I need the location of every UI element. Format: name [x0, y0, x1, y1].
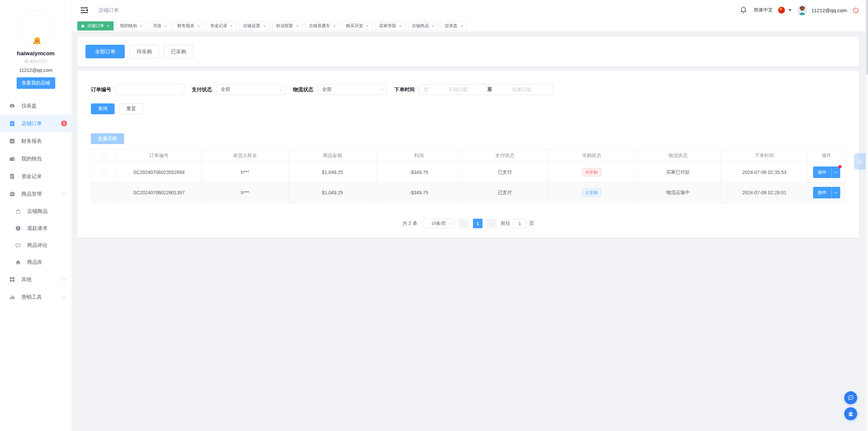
logistics-status-select[interactable]: 全部 [318, 84, 387, 95]
goto-page-input[interactable] [513, 219, 527, 228]
page-scrollbar[interactable] [866, 0, 868, 431]
view-tab-seller-level[interactable]: 卖家等级× [375, 21, 406, 31]
action-dropdown-caret[interactable] [831, 166, 840, 178]
china-flag-icon[interactable]: ★ [778, 7, 785, 14]
chat-widget-button[interactable] [844, 391, 857, 404]
sidebar-item-product-library[interactable]: 商品库 [0, 254, 72, 271]
row-checkbox[interactable] [101, 190, 106, 195]
cell-order-time: 2024-07-06 02:35:53 [721, 162, 808, 182]
sidebar-item-shop-products[interactable]: 店铺商品 [0, 203, 72, 220]
page-size-value: 10条/页 [431, 220, 446, 227]
logout-power-icon[interactable] [852, 7, 859, 14]
col-consignee: 收货人姓名 [201, 149, 289, 162]
col-purchase-status: 采购状态 [548, 149, 635, 162]
next-page-button[interactable]: › [487, 219, 497, 228]
pay-status-select[interactable]: 全部 [216, 84, 285, 95]
logistics-status-label: 物流状态 [293, 86, 313, 93]
cell-order-time: 2024-07-06 02:28:01 [721, 182, 808, 203]
purchase-status-badge: 待采购 [582, 168, 601, 176]
account-avatar[interactable] [797, 5, 807, 15]
view-tab-my-wallet[interactable]: 我的钱包× [116, 21, 146, 31]
view-tab-shop-express[interactable]: 店铺直通车× [305, 21, 340, 31]
settings-widget[interactable] [854, 153, 866, 170]
view-tab-alliance[interactable]: 创业联盟× [272, 21, 302, 31]
notifications-bell-icon[interactable] [740, 6, 747, 14]
scrollbar-thumb[interactable] [866, 0, 868, 75]
cell-logistics-status: 买家已付款 [635, 162, 721, 182]
prev-page-button[interactable]: ‹ [459, 219, 469, 228]
sidebar-item-product-comments[interactable]: 商品评论 [0, 237, 72, 254]
view-shop-button[interactable]: 查看我的店铺 [17, 77, 55, 89]
view-tab-recharge[interactable]: 充值× [149, 21, 171, 31]
select-all-checkbox[interactable] [101, 153, 106, 158]
tab-purchased[interactable]: 已采购 [164, 45, 193, 58]
close-icon[interactable]: × [460, 24, 463, 28]
page-unit-label: 页 [529, 220, 534, 227]
language-selector[interactable]: 简体中文 [754, 7, 773, 13]
tab-pending-purchase[interactable]: 待采购 [130, 45, 159, 58]
view-tab-shop-products[interactable]: 店铺商品× [408, 21, 438, 31]
view-tab-label: 店铺设置 [243, 23, 260, 29]
view-tab-finance-report[interactable]: 财务报表× [173, 21, 204, 31]
sidebar-item-marketing-tools[interactable]: 营销工具 [0, 288, 72, 306]
batch-purchase-button[interactable]: 批量采购 [91, 133, 124, 144]
collapse-menu-icon[interactable] [81, 7, 88, 14]
sidebar-item-product-management[interactable]: 商品管理 [0, 185, 72, 203]
row-checkbox[interactable] [101, 170, 106, 175]
tab-all-orders[interactable]: 全部订单 [85, 45, 125, 58]
action-dropdown-caret[interactable] [831, 187, 840, 198]
close-icon[interactable]: × [366, 24, 369, 28]
gear-icon [856, 158, 864, 165]
active-dot-icon [81, 25, 84, 27]
end-date-input[interactable] [494, 87, 549, 92]
close-icon[interactable]: × [107, 24, 110, 28]
sidebar-item-refund-requests[interactable]: 退款请求 [0, 220, 72, 237]
cell-pay-status: 已支付 [461, 182, 548, 203]
date-range-picker[interactable]: 至 [419, 84, 553, 95]
close-icon[interactable]: × [333, 24, 336, 28]
pay-status-value: 全部 [221, 86, 230, 93]
close-icon[interactable]: × [197, 24, 200, 28]
orders-icon [9, 120, 15, 126]
cell-profit: -$349.75 [376, 182, 461, 203]
cell-consignee: h*** [201, 162, 289, 182]
close-icon[interactable]: × [399, 24, 401, 28]
action-button[interactable]: 操作 [813, 187, 831, 198]
close-icon[interactable]: × [263, 24, 265, 28]
close-icon[interactable]: × [230, 24, 233, 28]
language-caret-icon[interactable] [788, 9, 792, 11]
order-no-label: 订单编号 [91, 86, 111, 93]
sidebar-item-label: 仪表盘 [21, 103, 37, 109]
account-email[interactable]: 11212@qq.com [811, 7, 847, 13]
table-row: SC20240706022801397 h*** $1,049.25 -$349… [91, 182, 846, 203]
view-tab-shop-settings[interactable]: 店铺设置× [239, 21, 270, 31]
order-no-input[interactable] [116, 84, 184, 95]
reset-button[interactable]: 重置 [119, 103, 143, 114]
sidebar-item-shop-orders[interactable]: 店铺订单 1 [0, 115, 72, 132]
view-tab-dashboard[interactable]: 仪表盘× [441, 21, 467, 31]
sidebar-item-my-wallet[interactable]: 我的钱包 [0, 150, 72, 168]
customer-service-button[interactable] [844, 407, 857, 420]
search-button[interactable]: 查询 [91, 103, 115, 114]
close-icon[interactable]: × [296, 24, 298, 28]
page-number-button[interactable]: 1 [473, 219, 482, 228]
close-icon[interactable]: × [140, 24, 142, 28]
bag-icon [15, 208, 21, 214]
col-order-time: 下单时间 [721, 149, 808, 162]
view-tab-shop-orders[interactable]: 店铺订单× [77, 21, 114, 31]
sidebar-item-fund-records[interactable]: 资金记录 [0, 168, 72, 185]
start-date-input[interactable] [431, 87, 486, 92]
close-icon[interactable]: × [164, 24, 167, 28]
action-button[interactable]: 操作 [813, 166, 831, 178]
page-size-select[interactable]: 10条/页 [423, 219, 455, 228]
col-pay-status: 支付状态 [461, 149, 548, 162]
bar-chart-icon [9, 294, 15, 300]
profile-panel: haiwaiymcom ID 4012777 11212@qq.com 查看我的… [0, 0, 72, 89]
view-tab-label: 店铺直通车 [309, 23, 330, 29]
sidebar-item-dashboard[interactable]: 仪表盘 [0, 97, 72, 115]
view-tab-purchase-history[interactable]: 购买历史× [342, 21, 373, 31]
view-tab-fund-records[interactable]: 资金记录× [206, 21, 237, 31]
close-icon[interactable]: × [432, 24, 434, 28]
sidebar-item-finance-report[interactable]: 财务报表 [0, 132, 72, 150]
sidebar-item-other[interactable]: 其他 [0, 271, 72, 288]
